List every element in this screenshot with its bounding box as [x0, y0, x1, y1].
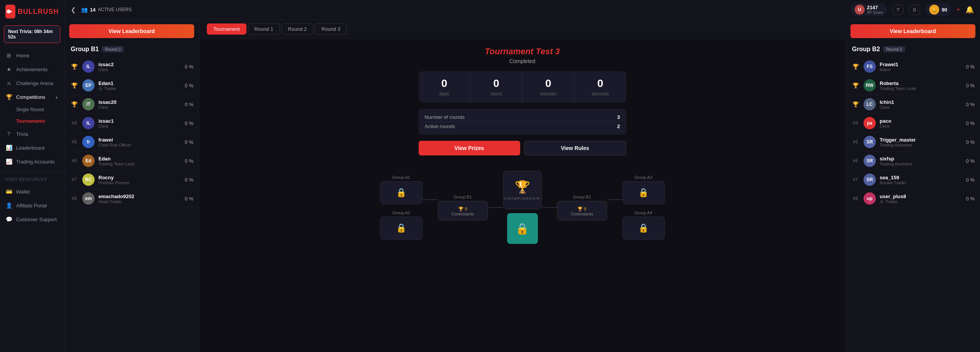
player-percentage: 0 % [966, 83, 975, 88]
group-a1-container: Group A1 🔒 [380, 175, 423, 204]
rounds-value: 3 [617, 114, 620, 120]
sidebar-item-label: Home [16, 53, 30, 58]
player-avatar: SR [864, 155, 876, 167]
leaderboard-row: #6 Ed Edan Trading Team Lead 0 % [65, 152, 199, 170]
nav-section-resources: 💳 Wallet 👤 Affiliate Portal 💬 Customer S… [0, 183, 64, 228]
player-role: Clerk [98, 67, 181, 72]
group-a1-box: 🔒 [380, 181, 423, 204]
active-rounds-label: Active rounds [425, 123, 455, 129]
achievements-icon: ★ [5, 66, 12, 72]
sidebar-item-customer-support[interactable]: 💬 Customer Support [0, 212, 64, 226]
sidebar-item-affiliate-portal[interactable]: 👤 Affiliate Portal [0, 199, 64, 212]
player-percentage: 0 % [966, 102, 975, 107]
player-percentage: 0 % [966, 177, 975, 183]
b1-count: 8 [465, 207, 467, 211]
player-info: issac20 Clerk [98, 99, 181, 110]
tab-tournament[interactable]: Tournament [207, 23, 246, 35]
score-avatar: 🏆 [929, 5, 939, 15]
player-info: sixfsp Trading Assistant [880, 156, 962, 166]
player-percentage: 0 % [185, 139, 193, 145]
player-name: Edan1 [98, 80, 181, 86]
trophy-icon: 🏆 [851, 101, 860, 107]
championship-locked-box: 🔒 [507, 213, 538, 244]
active-users-count: 14 [90, 7, 95, 13]
sidebar-item-label: Wallet [16, 189, 30, 195]
player-info: Edan Trading Team Lead [98, 156, 181, 166]
player-name: Ichin1 [880, 99, 962, 105]
help-button[interactable]: ? [892, 5, 903, 15]
leaderboard-row: 🏆 RW Roberta Trading Team Lead 0 % [846, 76, 980, 95]
competitions-icon: 🏆 [5, 94, 12, 100]
left-group-title: Group B1 [71, 46, 99, 53]
player-avatar: IL [82, 60, 95, 73]
countdown-days: 0 days [419, 71, 471, 103]
player-name: emachado9202 [98, 194, 181, 199]
trophy-icon: 🏆 [851, 82, 860, 88]
player-role: Intern [880, 67, 962, 72]
player-percentage: 0 % [185, 196, 193, 202]
player-percentage: 0 % [185, 83, 193, 88]
score-zero-button[interactable]: 0 [909, 5, 920, 15]
tab-round3[interactable]: Round 3 [315, 23, 347, 35]
sidebar-item-single-round[interactable]: Single Round [0, 104, 64, 115]
logo-icon [5, 5, 15, 18]
leaderboard-row: 🏆 IT issac20 Clerk 0 % [65, 95, 199, 114]
championship-container: 🏆 CHAMPIONSHIP 🔒 [503, 171, 542, 244]
sidebar-item-label: Competitions [16, 94, 45, 100]
player-name: paco [880, 118, 962, 124]
days-value: 0 [441, 77, 448, 90]
connector-right-outer [607, 199, 622, 200]
sidebar-item-challenge-arena[interactable]: ⚔ Challenge Arena [0, 76, 64, 90]
sidebar-item-home[interactable]: ⊞ Home [0, 48, 64, 62]
player-role: Trading Assistant [880, 143, 962, 147]
left-leaderboard-list: 🏆 IL issac2 Clerk 0 % 🏆 EP Edan1 Jr. Tra… [65, 56, 199, 210]
sidebar-item-competitions[interactable]: 🏆 Competitions ▲ [0, 90, 64, 104]
leaderboard-row: #5 fr frawel Chief Risk Officer 0 % [65, 133, 199, 152]
player-role: Head Trader [98, 199, 181, 204]
player-info: paco Clerk [880, 118, 962, 128]
sidebar-collapse-button[interactable]: ❮ [71, 6, 76, 13]
player-percentage: 0 % [185, 177, 193, 183]
group-b2-container: Group B2 🏆 8 Contestants [557, 195, 607, 220]
group-a4-label: Group A4 [622, 210, 665, 215]
sidebar-item-leaderboard[interactable]: 📊 Leaderboard [0, 141, 64, 155]
view-prizes-button[interactable]: View Prizes [419, 141, 520, 155]
tournament-status: Completed [509, 58, 536, 64]
main-area: ❮ 👥 14 ACTIVE USERS U 2147 XP Score ? 0 … [65, 0, 980, 352]
challenge-icon: ⚔ [5, 80, 12, 86]
left-view-leaderboard-button[interactable]: View Leaderboard [69, 24, 194, 38]
player-avatar: SR [864, 173, 876, 186]
home-icon: ⊞ [5, 52, 12, 58]
player-role: Rookie Trader [880, 180, 962, 185]
sidebar-item-trivia[interactable]: ? Trivia [0, 127, 64, 141]
player-role: Portfolio Pioneer [98, 180, 181, 185]
player-avatar: EP [82, 79, 95, 92]
chevron-up-icon: ▲ [55, 95, 59, 99]
rounds-label: Number of rounds [425, 114, 465, 120]
sidebar-item-trading-accounts[interactable]: 📈 Trading Accounts [0, 155, 64, 168]
connector-b1-champ [488, 207, 503, 208]
championship-trophy: 🏆 [515, 180, 530, 194]
player-role: Trading Team Lead [880, 86, 962, 91]
sidebar-item-tournaments[interactable]: Tournaments [0, 115, 64, 127]
notifications-bell[interactable]: 🔔 [965, 5, 974, 14]
tab-round1[interactable]: Round 1 [248, 23, 280, 35]
player-avatar: em [82, 192, 95, 205]
player-info: Frawel1 Intern [880, 62, 962, 72]
sidebar-item-achievements[interactable]: ★ Achievements [0, 62, 64, 76]
view-rules-button[interactable]: View Rules [524, 141, 626, 155]
rounds-info: Number of rounds 3 Active rounds 2 [419, 109, 626, 135]
group-a4-box: 🔒 [622, 217, 665, 240]
player-info: user_plus8 Jr. Trader [880, 194, 962, 204]
leaderboard-row: #8 em emachado9202 Head Trader 0 % [65, 189, 199, 208]
player-role: Clerk [98, 124, 181, 128]
leaderboard-row: 🏆 LC Ichin1 Clerk 0 % [846, 95, 980, 114]
topbar: ❮ 👥 14 ACTIVE USERS U 2147 XP Score ? 0 … [65, 0, 980, 20]
right-view-leaderboard-button[interactable]: View Leaderboard [850, 24, 975, 38]
minutes-label: minutes [540, 91, 556, 97]
player-role: Jr. Trader [98, 86, 181, 91]
plus-button[interactable]: + [957, 6, 960, 13]
logo-text: BULLRUSH [18, 8, 59, 16]
tab-round2[interactable]: Round 2 [281, 23, 313, 35]
sidebar-item-wallet[interactable]: 💳 Wallet [0, 185, 64, 199]
